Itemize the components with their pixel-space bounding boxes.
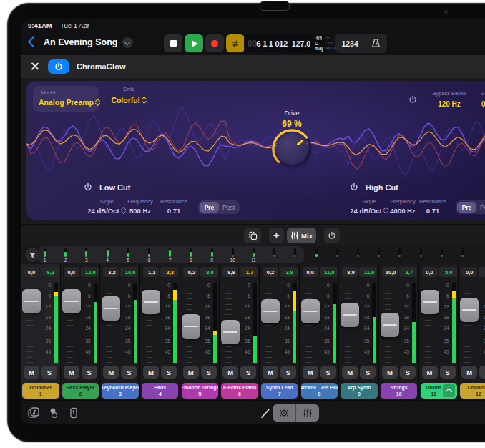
solo-button[interactable]: S	[121, 366, 137, 379]
mute-button[interactable]: M	[103, 366, 119, 379]
bypass-below-control[interactable]: Bypass Below 120 Hz	[421, 90, 477, 108]
track-label[interactable]: Pads4	[142, 383, 179, 399]
track-label[interactable]: Drums11	[421, 383, 458, 399]
track-label[interactable]: Chorus V12	[460, 383, 485, 399]
pre-segment[interactable]: Pre	[457, 202, 476, 213]
mix-tab-button[interactable]: Mix	[287, 228, 316, 243]
volume-value[interactable]: 0,0	[422, 267, 438, 277]
stop-button[interactable]	[164, 34, 182, 52]
track-label[interactable]: Arcade…eet Pad8	[301, 383, 338, 399]
track-label[interactable]: Keyboard Player3	[102, 383, 139, 399]
fader-handle[interactable]	[460, 298, 479, 322]
count-in-button[interactable]: 1234	[341, 39, 358, 48]
post-segment[interactable]: Post	[476, 202, 485, 213]
fader-handle[interactable]	[182, 314, 200, 339]
volume-value[interactable]: 0,0	[24, 267, 39, 277]
low-cut-resonance[interactable]: Resonance 0.71	[154, 198, 194, 215]
solo-button[interactable]: S	[161, 366, 177, 379]
style-value[interactable]: Colorful	[101, 96, 157, 104]
mute-button[interactable]: M	[143, 366, 159, 379]
fader-handle[interactable]	[102, 296, 120, 321]
bypass-power-icon[interactable]	[408, 95, 417, 104]
cycle-button[interactable]	[226, 34, 245, 52]
mute-button[interactable]: M	[222, 366, 238, 379]
level-value[interactable]: 0.0	[481, 100, 485, 108]
fader-handle[interactable]	[62, 289, 81, 313]
volume-value[interactable]: 0,2	[263, 267, 278, 277]
solo-button[interactable]: S	[41, 366, 57, 379]
volume-value[interactable]: 0,0	[64, 267, 79, 277]
low-cut-pre-post-toggle[interactable]: Pre Post	[198, 200, 240, 214]
pre-segment[interactable]: Pre	[200, 202, 219, 213]
fader-handle[interactable]	[22, 289, 41, 313]
high-cut-resonance[interactable]: Resonance 0.71	[413, 198, 453, 215]
track-label[interactable]: Arp Synth9	[341, 383, 378, 399]
mixer-power-button[interactable]	[324, 228, 340, 243]
loop-browser-icon[interactable]	[28, 407, 39, 419]
volume-value[interactable]: 0,0	[461, 267, 477, 277]
volume-value[interactable]: 0,0	[303, 267, 318, 277]
solo-button[interactable]: S	[280, 366, 296, 379]
volume-value[interactable]: -10,0	[382, 267, 398, 277]
lcd-display[interactable]: 00 6 1 1 012 127,0 4/4C maj In OutMIDI	[244, 34, 327, 53]
solo-button[interactable]: S	[240, 366, 256, 379]
solo-button[interactable]: S	[400, 366, 416, 379]
post-segment[interactable]: Post	[219, 202, 238, 213]
low-cut-power-icon[interactable]	[84, 182, 92, 191]
close-icon[interactable]	[30, 62, 39, 71]
paste-button[interactable]	[244, 228, 261, 243]
fader-handle[interactable]	[341, 303, 359, 327]
record-button[interactable]	[205, 34, 224, 52]
solo-button[interactable]: S	[479, 366, 485, 379]
count-in-group[interactable]: 1234	[335, 34, 387, 53]
volume-value[interactable]: -1,1	[143, 267, 159, 277]
mute-button[interactable]: M	[64, 366, 79, 379]
fader-handle[interactable]	[301, 299, 320, 323]
back-icon[interactable]	[28, 36, 39, 48]
fader-handle[interactable]	[142, 290, 160, 314]
song-title[interactable]: An Evening Song	[44, 37, 117, 47]
mute-button[interactable]: M	[263, 366, 278, 379]
mute-button[interactable]: M	[183, 366, 199, 379]
solo-button[interactable]: S	[320, 366, 336, 379]
add-plugin-button[interactable]: +	[269, 228, 284, 243]
mute-button[interactable]: M	[24, 366, 39, 379]
mute-button[interactable]: M	[422, 366, 438, 379]
volume-value[interactable]: -3,2	[103, 267, 119, 277]
faders-view-button[interactable]	[296, 404, 319, 422]
mute-button[interactable]: M	[461, 366, 477, 379]
track-label[interactable]: Strings10	[381, 383, 418, 399]
solo-button[interactable]: S	[440, 366, 456, 379]
fader-handle[interactable]	[381, 313, 399, 337]
track-label[interactable]: Bass Player2	[62, 383, 99, 399]
mute-button[interactable]: M	[382, 366, 398, 379]
high-cut-power-icon[interactable]	[350, 182, 358, 191]
mute-button[interactable]: M	[342, 366, 358, 379]
track-label[interactable]: Electric Piano6	[221, 383, 258, 399]
drive-knob[interactable]	[276, 133, 308, 165]
metronome-icon[interactable]	[371, 38, 381, 49]
knob-view-button[interactable]	[273, 404, 296, 422]
mute-button[interactable]: M	[303, 366, 318, 379]
volume-value[interactable]: -6,2	[183, 267, 199, 277]
plugin-power-button[interactable]	[48, 59, 69, 74]
level-control[interactable]: Level 0.0	[481, 90, 485, 108]
style-selector[interactable]: Style Colorful	[101, 86, 157, 104]
fader-handle[interactable]	[421, 290, 439, 314]
collapse-plugin-button[interactable]	[443, 384, 455, 397]
track-label[interactable]: Emotion Strings5	[182, 383, 219, 399]
pencil-icon[interactable]	[260, 408, 271, 419]
track-label[interactable]: Synth Lead7	[261, 383, 298, 399]
high-cut-pre-post-toggle[interactable]: Pre Post	[456, 200, 485, 214]
solo-button[interactable]: S	[201, 366, 217, 379]
solo-button[interactable]: S	[82, 366, 97, 379]
song-menu-button[interactable]	[122, 37, 133, 48]
fader-handle[interactable]	[221, 320, 240, 344]
volume-value[interactable]: -8,9	[342, 267, 358, 277]
bypass-below-value[interactable]: 120 Hz	[421, 100, 477, 108]
model-selector[interactable]: Model Analog Preamp	[33, 86, 99, 112]
play-button[interactable]	[185, 34, 203, 52]
model-value[interactable]: Analog Preamp	[39, 98, 100, 107]
controller-icon[interactable]	[68, 407, 79, 419]
volume-value[interactable]: -8,8	[222, 267, 238, 277]
